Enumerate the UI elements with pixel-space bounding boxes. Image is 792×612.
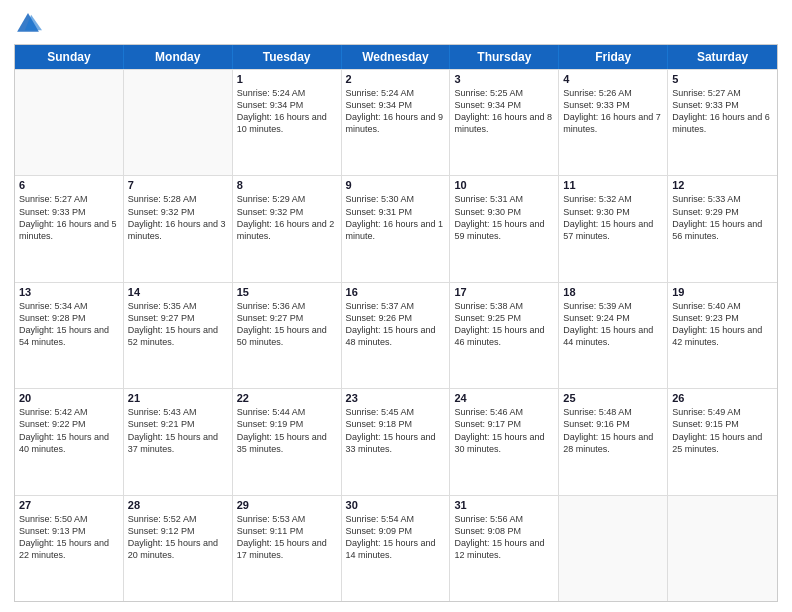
day-number: 17: [454, 286, 554, 298]
sunrise-text: Sunrise: 5:29 AM: [237, 193, 337, 205]
calendar-cell: 8Sunrise: 5:29 AMSunset: 9:32 PMDaylight…: [233, 176, 342, 281]
day-number: 31: [454, 499, 554, 511]
sunrise-text: Sunrise: 5:28 AM: [128, 193, 228, 205]
logo: [14, 10, 46, 38]
weekday-header: Saturday: [668, 45, 777, 69]
daylight-text: Daylight: 15 hours and 50 minutes.: [237, 324, 337, 348]
daylight-text: Daylight: 15 hours and 56 minutes.: [672, 218, 773, 242]
day-number: 25: [563, 392, 663, 404]
day-number: 5: [672, 73, 773, 85]
daylight-text: Daylight: 15 hours and 40 minutes.: [19, 431, 119, 455]
daylight-text: Daylight: 15 hours and 25 minutes.: [672, 431, 773, 455]
daylight-text: Daylight: 15 hours and 30 minutes.: [454, 431, 554, 455]
sunset-text: Sunset: 9:26 PM: [346, 312, 446, 324]
weekday-header: Monday: [124, 45, 233, 69]
day-number: 24: [454, 392, 554, 404]
daylight-text: Daylight: 15 hours and 59 minutes.: [454, 218, 554, 242]
calendar-body: 1Sunrise: 5:24 AMSunset: 9:34 PMDaylight…: [15, 69, 777, 601]
calendar-cell: [559, 496, 668, 601]
calendar-cell: 6Sunrise: 5:27 AMSunset: 9:33 PMDaylight…: [15, 176, 124, 281]
calendar-cell: 2Sunrise: 5:24 AMSunset: 9:34 PMDaylight…: [342, 70, 451, 175]
day-number: 18: [563, 286, 663, 298]
calendar-cell: 3Sunrise: 5:25 AMSunset: 9:34 PMDaylight…: [450, 70, 559, 175]
sunset-text: Sunset: 9:29 PM: [672, 206, 773, 218]
sunset-text: Sunset: 9:30 PM: [563, 206, 663, 218]
sunrise-text: Sunrise: 5:44 AM: [237, 406, 337, 418]
sunset-text: Sunset: 9:25 PM: [454, 312, 554, 324]
sunrise-text: Sunrise: 5:35 AM: [128, 300, 228, 312]
calendar-cell: 18Sunrise: 5:39 AMSunset: 9:24 PMDayligh…: [559, 283, 668, 388]
calendar-cell: 4Sunrise: 5:26 AMSunset: 9:33 PMDaylight…: [559, 70, 668, 175]
day-number: 27: [19, 499, 119, 511]
sunset-text: Sunset: 9:24 PM: [563, 312, 663, 324]
daylight-text: Daylight: 15 hours and 12 minutes.: [454, 537, 554, 561]
sunrise-text: Sunrise: 5:37 AM: [346, 300, 446, 312]
page: SundayMondayTuesdayWednesdayThursdayFrid…: [0, 0, 792, 612]
sunrise-text: Sunrise: 5:42 AM: [19, 406, 119, 418]
daylight-text: Daylight: 16 hours and 7 minutes.: [563, 111, 663, 135]
weekday-header: Friday: [559, 45, 668, 69]
sunrise-text: Sunrise: 5:48 AM: [563, 406, 663, 418]
sunset-text: Sunset: 9:34 PM: [454, 99, 554, 111]
calendar-cell: 29Sunrise: 5:53 AMSunset: 9:11 PMDayligh…: [233, 496, 342, 601]
daylight-text: Daylight: 15 hours and 22 minutes.: [19, 537, 119, 561]
calendar: SundayMondayTuesdayWednesdayThursdayFrid…: [14, 44, 778, 602]
sunrise-text: Sunrise: 5:50 AM: [19, 513, 119, 525]
calendar-cell: 15Sunrise: 5:36 AMSunset: 9:27 PMDayligh…: [233, 283, 342, 388]
sunset-text: Sunset: 9:33 PM: [563, 99, 663, 111]
calendar-cell: 27Sunrise: 5:50 AMSunset: 9:13 PMDayligh…: [15, 496, 124, 601]
sunset-text: Sunset: 9:28 PM: [19, 312, 119, 324]
sunset-text: Sunset: 9:08 PM: [454, 525, 554, 537]
logo-icon: [14, 10, 42, 38]
calendar-cell: 5Sunrise: 5:27 AMSunset: 9:33 PMDaylight…: [668, 70, 777, 175]
calendar-cell: 16Sunrise: 5:37 AMSunset: 9:26 PMDayligh…: [342, 283, 451, 388]
daylight-text: Daylight: 15 hours and 14 minutes.: [346, 537, 446, 561]
sunrise-text: Sunrise: 5:31 AM: [454, 193, 554, 205]
weekday-header: Thursday: [450, 45, 559, 69]
day-number: 9: [346, 179, 446, 191]
daylight-text: Daylight: 16 hours and 6 minutes.: [672, 111, 773, 135]
sunset-text: Sunset: 9:17 PM: [454, 418, 554, 430]
sunrise-text: Sunrise: 5:30 AM: [346, 193, 446, 205]
calendar-row: 20Sunrise: 5:42 AMSunset: 9:22 PMDayligh…: [15, 388, 777, 494]
calendar-cell: 9Sunrise: 5:30 AMSunset: 9:31 PMDaylight…: [342, 176, 451, 281]
sunset-text: Sunset: 9:27 PM: [237, 312, 337, 324]
calendar-cell: 19Sunrise: 5:40 AMSunset: 9:23 PMDayligh…: [668, 283, 777, 388]
day-number: 16: [346, 286, 446, 298]
calendar-cell: 14Sunrise: 5:35 AMSunset: 9:27 PMDayligh…: [124, 283, 233, 388]
day-number: 19: [672, 286, 773, 298]
sunset-text: Sunset: 9:27 PM: [128, 312, 228, 324]
calendar-header: SundayMondayTuesdayWednesdayThursdayFrid…: [15, 45, 777, 69]
calendar-cell: 1Sunrise: 5:24 AMSunset: 9:34 PMDaylight…: [233, 70, 342, 175]
day-number: 20: [19, 392, 119, 404]
day-number: 13: [19, 286, 119, 298]
daylight-text: Daylight: 15 hours and 46 minutes.: [454, 324, 554, 348]
day-number: 11: [563, 179, 663, 191]
day-number: 30: [346, 499, 446, 511]
calendar-cell: 11Sunrise: 5:32 AMSunset: 9:30 PMDayligh…: [559, 176, 668, 281]
calendar-row: 1Sunrise: 5:24 AMSunset: 9:34 PMDaylight…: [15, 69, 777, 175]
sunrise-text: Sunrise: 5:52 AM: [128, 513, 228, 525]
sunrise-text: Sunrise: 5:56 AM: [454, 513, 554, 525]
sunset-text: Sunset: 9:22 PM: [19, 418, 119, 430]
sunset-text: Sunset: 9:23 PM: [672, 312, 773, 324]
day-number: 29: [237, 499, 337, 511]
weekday-header: Wednesday: [342, 45, 451, 69]
sunset-text: Sunset: 9:34 PM: [346, 99, 446, 111]
calendar-cell: 25Sunrise: 5:48 AMSunset: 9:16 PMDayligh…: [559, 389, 668, 494]
calendar-cell: 22Sunrise: 5:44 AMSunset: 9:19 PMDayligh…: [233, 389, 342, 494]
daylight-text: Daylight: 15 hours and 28 minutes.: [563, 431, 663, 455]
day-number: 10: [454, 179, 554, 191]
calendar-cell: 10Sunrise: 5:31 AMSunset: 9:30 PMDayligh…: [450, 176, 559, 281]
sunrise-text: Sunrise: 5:26 AM: [563, 87, 663, 99]
weekday-header: Tuesday: [233, 45, 342, 69]
calendar-cell: 17Sunrise: 5:38 AMSunset: 9:25 PMDayligh…: [450, 283, 559, 388]
day-number: 12: [672, 179, 773, 191]
calendar-cell: [15, 70, 124, 175]
daylight-text: Daylight: 16 hours and 10 minutes.: [237, 111, 337, 135]
daylight-text: Daylight: 15 hours and 20 minutes.: [128, 537, 228, 561]
daylight-text: Daylight: 15 hours and 54 minutes.: [19, 324, 119, 348]
day-number: 15: [237, 286, 337, 298]
day-number: 2: [346, 73, 446, 85]
sunrise-text: Sunrise: 5:24 AM: [346, 87, 446, 99]
